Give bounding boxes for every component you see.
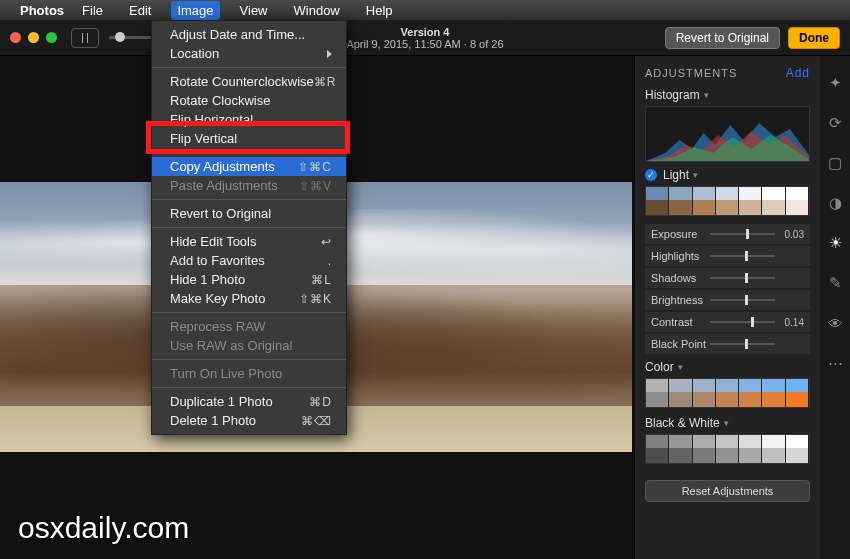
menu-item[interactable]: Flip Horizontal <box>152 110 346 129</box>
minimize-icon[interactable] <box>28 32 39 43</box>
menu-item-label: Rotate Counterclockwise <box>170 74 314 89</box>
menubar: Photos File Edit Image View Window Help <box>0 0 850 20</box>
menu-item-label: Rotate Clockwise <box>170 93 270 108</box>
title-area: Version 4 April 9, 2015, 11:50 AM · 8 of… <box>346 26 503 50</box>
histogram <box>645 106 810 162</box>
menu-item[interactable]: Copy Adjustments⇧⌘C <box>152 157 346 176</box>
slider-highlights[interactable]: Highlights <box>645 246 810 266</box>
menu-item[interactable]: Duplicate 1 Photo⌘D <box>152 392 346 411</box>
menu-image[interactable]: Image <box>171 1 219 20</box>
redeye-icon[interactable]: 👁 <box>826 314 844 332</box>
menu-shortcut: ⌘D <box>309 395 332 409</box>
menu-shortcut: ⌘R <box>314 75 337 89</box>
menu-shortcut: ⌘L <box>311 273 332 287</box>
crop-icon[interactable]: ▢ <box>826 154 844 172</box>
toolbar: Version 4 April 9, 2015, 11:50 AM · 8 of… <box>0 20 850 56</box>
menu-item[interactable]: Revert to Original <box>152 204 346 223</box>
menu-item-label: Flip Horizontal <box>170 112 253 127</box>
menu-view[interactable]: View <box>234 1 274 20</box>
slider-label: Exposure <box>651 228 697 240</box>
menu-item[interactable]: Add to Favorites. <box>152 251 346 270</box>
version-label: Version 4 <box>346 26 503 38</box>
add-button[interactable]: Add <box>786 66 810 80</box>
reset-adjustments-button[interactable]: Reset Adjustments <box>645 480 810 502</box>
menu-item-label: Adjust Date and Time... <box>170 27 305 42</box>
color-thumbstrip[interactable] <box>645 378 810 408</box>
menu-item-label: Paste Adjustments <box>170 178 278 193</box>
light-thumbstrip[interactable] <box>645 186 810 216</box>
slider-value: 0.03 <box>785 229 804 240</box>
menu-item[interactable]: Location <box>152 44 346 63</box>
filters-icon[interactable]: ◑ <box>826 194 844 212</box>
adjustments-panel: ADJUSTMENTS Add Histogram▾ ✓ Light▾ Expo… <box>634 56 820 559</box>
menu-item-label: Duplicate 1 Photo <box>170 394 273 409</box>
chevron-down-icon: ▾ <box>704 90 709 100</box>
chevron-down-icon: ▾ <box>693 170 698 180</box>
check-icon: ✓ <box>645 169 657 181</box>
adjustments-heading: ADJUSTMENTS <box>645 67 737 79</box>
close-icon[interactable] <box>10 32 21 43</box>
menu-item-label: Add to Favorites <box>170 253 265 268</box>
magic-wand-icon[interactable]: ✦ <box>826 74 844 92</box>
menu-item[interactable]: Make Key Photo⇧⌘K <box>152 289 346 308</box>
retouch-icon[interactable]: ✎ <box>826 274 844 292</box>
slider-label: Black Point <box>651 338 706 350</box>
menu-item[interactable]: Rotate Counterclockwise⌘R <box>152 72 346 91</box>
slider-value: 0.14 <box>785 317 804 328</box>
slider-exposure[interactable]: Exposure0.03 <box>645 224 810 244</box>
menu-item-label: Use RAW as Original <box>170 338 292 353</box>
zoom-icon[interactable] <box>46 32 57 43</box>
rotate-icon[interactable]: ⟳ <box>826 114 844 132</box>
chevron-down-icon: ▾ <box>678 362 683 372</box>
menu-help[interactable]: Help <box>360 1 399 20</box>
menu-item[interactable]: Hide 1 Photo⌘L <box>152 270 346 289</box>
histogram-toggle[interactable]: Histogram▾ <box>645 88 810 102</box>
menu-item: Reprocess RAW <box>152 317 346 336</box>
slider-label: Contrast <box>651 316 693 328</box>
chevron-down-icon: ▾ <box>724 418 729 428</box>
menu-item-label: Hide Edit Tools <box>170 234 256 249</box>
done-button[interactable]: Done <box>788 27 840 49</box>
color-section-toggle[interactable]: Color▾ <box>645 360 810 374</box>
app-name[interactable]: Photos <box>20 3 64 18</box>
submenu-arrow-icon <box>327 50 332 58</box>
bw-thumbstrip[interactable] <box>645 434 810 464</box>
slider-label: Highlights <box>651 250 699 262</box>
menu-shortcut: ⌘⌫ <box>301 414 332 428</box>
menu-item[interactable]: Rotate Clockwise <box>152 91 346 110</box>
menu-item-label: Location <box>170 46 219 61</box>
menu-item-label: Reprocess RAW <box>170 319 266 334</box>
slider-contrast[interactable]: Contrast0.14 <box>645 312 810 332</box>
bw-section-toggle[interactable]: Black & White▾ <box>645 416 810 430</box>
toolstrip: ✦⟳▢◑☀✎👁⋯ <box>820 56 850 559</box>
menu-item[interactable]: Delete 1 Photo⌘⌫ <box>152 411 346 430</box>
menu-edit[interactable]: Edit <box>123 1 157 20</box>
slider-black-point[interactable]: Black Point <box>645 334 810 354</box>
menu-item-label: Flip Vertical <box>170 131 237 146</box>
sidebar-toggle-button[interactable] <box>71 28 99 48</box>
menu-item[interactable]: Flip Vertical <box>152 129 346 148</box>
more-icon[interactable]: ⋯ <box>826 354 844 372</box>
slider-label: Brightness <box>651 294 703 306</box>
menu-window[interactable]: Window <box>288 1 346 20</box>
light-section-toggle[interactable]: ✓ Light▾ <box>645 168 810 182</box>
menu-item[interactable]: Adjust Date and Time... <box>152 25 346 44</box>
adjust-icon[interactable]: ☀ <box>826 234 844 252</box>
menu-item-label: Revert to Original <box>170 206 271 221</box>
menu-item[interactable]: Hide Edit Tools↩ <box>152 232 346 251</box>
slider-shadows[interactable]: Shadows <box>645 268 810 288</box>
image-menu-dropdown: Adjust Date and Time...LocationRotate Co… <box>151 20 347 435</box>
menu-item-label: Copy Adjustments <box>170 159 275 174</box>
date-count-label: April 9, 2015, 11:50 AM · 8 of 26 <box>346 38 503 50</box>
menu-item-label: Hide 1 Photo <box>170 272 245 287</box>
slider-brightness[interactable]: Brightness <box>645 290 810 310</box>
menu-shortcut: ↩ <box>321 235 332 249</box>
revert-button[interactable]: Revert to Original <box>665 27 780 49</box>
menu-shortcut: ⇧⌘K <box>299 292 332 306</box>
menu-shortcut: . <box>328 254 332 268</box>
menu-item-label: Delete 1 Photo <box>170 413 256 428</box>
menu-shortcut: ⇧⌘C <box>298 160 332 174</box>
menu-file[interactable]: File <box>76 1 109 20</box>
menu-item-label: Turn On Live Photo <box>170 366 282 381</box>
menu-item: Turn On Live Photo <box>152 364 346 383</box>
